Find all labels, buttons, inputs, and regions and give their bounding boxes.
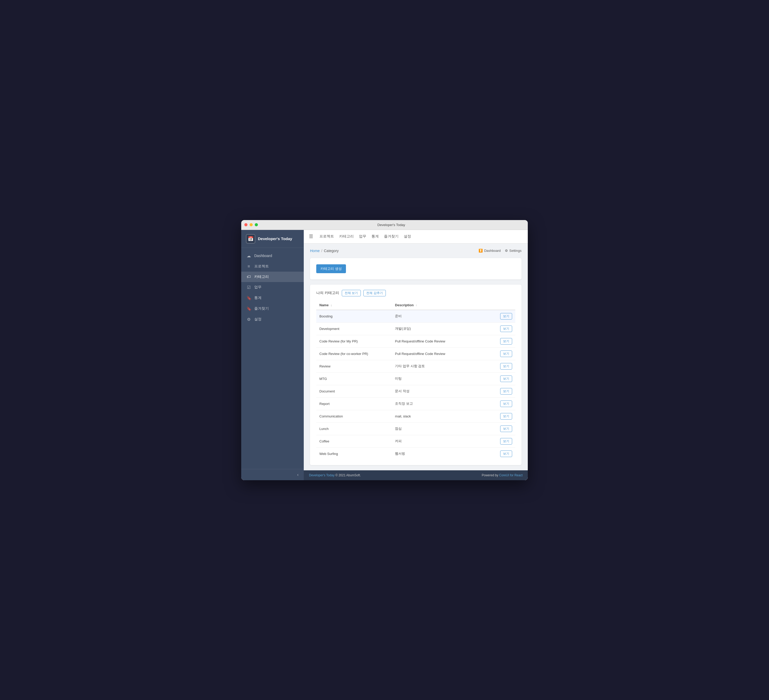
- table-row: Document 문서 작성 보기: [316, 385, 515, 397]
- main-content: ☰ 프로젝트 카테고리 업무 통계 즐겨찾기 설정 Home / Ca: [304, 230, 528, 480]
- section-header: 나의 카테고리 전체 보기 전체 감추기: [316, 290, 515, 296]
- brand-name: Developer's Today: [258, 236, 292, 241]
- topnav-item-project[interactable]: 프로젝트: [319, 233, 334, 240]
- sidebar-label-project: 프로젝트: [254, 264, 269, 269]
- cell-action-4: 보기: [496, 360, 515, 372]
- table-row: Review 기타 업무 사항 검토 보기: [316, 360, 515, 372]
- view-button-3[interactable]: 보기: [500, 350, 512, 357]
- close-button[interactable]: [245, 223, 248, 226]
- collapse-all-button[interactable]: 전체 감추기: [364, 290, 386, 296]
- view-button-10[interactable]: 보기: [500, 438, 512, 445]
- minimize-button[interactable]: [249, 223, 253, 226]
- cell-name-10: Coffee: [316, 435, 392, 447]
- topnav-item-task[interactable]: 업무: [359, 233, 366, 240]
- view-button-9[interactable]: 보기: [500, 425, 512, 432]
- view-button-7[interactable]: 보기: [500, 401, 512, 407]
- cell-desc-4: 기타 업무 사항 검토: [392, 360, 495, 372]
- cell-desc-8: mail, slack: [392, 410, 495, 422]
- breadcrumb-home[interactable]: Home: [310, 249, 320, 253]
- view-button-1[interactable]: 보기: [500, 326, 512, 332]
- sidebar-collapse-button[interactable]: ‹: [297, 472, 299, 477]
- cell-name-1: Development: [316, 323, 392, 335]
- footer: Developer's Today © 2021 AbumSoft. Power…: [304, 470, 528, 480]
- window-title: Developer's Today: [258, 223, 524, 227]
- sidebar-item-category[interactable]: 🏷 카테고리: [241, 271, 304, 282]
- cell-desc-7: 조직장 보고: [392, 397, 495, 410]
- project-icon: ≡: [246, 264, 251, 269]
- sidebar-item-project[interactable]: ≡ 프로젝트: [241, 261, 304, 271]
- breadcrumb-bar: Home / Category ⏬ Dashboard ⚙ Settings: [310, 249, 521, 253]
- cell-name-8: Communication: [316, 410, 392, 422]
- cell-name-7: Report: [316, 397, 392, 410]
- nav-toggle-button[interactable]: ☰: [309, 234, 313, 239]
- sidebar-item-dashboard[interactable]: ☁ Dashboard: [241, 250, 304, 261]
- col-header-name[interactable]: Name ↕: [316, 300, 392, 310]
- table-row: Code Review (for My PR) Pull Request/off…: [316, 335, 515, 347]
- brand-icon: 📅: [246, 234, 255, 244]
- titlebar: Developer's Today: [241, 220, 528, 230]
- cell-desc-2: Pull Request/offline Code Review: [392, 335, 495, 347]
- footer-coreui-link[interactable]: CoreUI for React: [499, 474, 523, 477]
- view-button-8[interactable]: 보기: [500, 413, 512, 419]
- task-icon: ☑: [246, 285, 251, 290]
- col-header-desc[interactable]: Description ↑: [392, 300, 495, 310]
- footer-powered-by: Powered by CoreUI for React: [482, 474, 523, 477]
- sidebar-item-task[interactable]: ☑ 업무: [241, 282, 304, 293]
- cell-desc-5: 미팅: [392, 372, 495, 385]
- settings-icon: ⚙: [246, 317, 251, 322]
- breadcrumb-dashboard-link[interactable]: ⏬ Dashboard: [479, 249, 501, 253]
- category-table: Name ↕ Description ↑: [316, 300, 515, 460]
- expand-all-button[interactable]: 전체 보기: [342, 290, 361, 296]
- dashboard-icon: ☁: [246, 254, 251, 258]
- cell-action-10: 보기: [496, 435, 515, 447]
- cell-action-5: 보기: [496, 372, 515, 385]
- view-button-0[interactable]: 보기: [500, 313, 512, 319]
- cell-desc-1: 개발(코딩): [392, 323, 495, 335]
- cell-action-6: 보기: [496, 385, 515, 397]
- view-button-4[interactable]: 보기: [500, 363, 512, 369]
- maximize-button[interactable]: [255, 223, 258, 226]
- cell-action-11: 보기: [496, 447, 515, 460]
- section-title: 나의 카테고리: [316, 291, 339, 295]
- category-icon: 🏷: [246, 275, 251, 279]
- cell-action-3: 보기: [496, 347, 515, 360]
- cell-desc-11: 웹서핑: [392, 447, 495, 460]
- table-row: Communication mail, slack 보기: [316, 410, 515, 422]
- sidebar-item-favorites[interactable]: 🔖 즐겨찾기: [241, 303, 304, 314]
- view-button-5[interactable]: 보기: [500, 376, 512, 382]
- table-header: Name ↕ Description ↑: [316, 300, 515, 310]
- sidebar-label-task: 업무: [254, 285, 262, 290]
- cell-desc-3: Pull Request/offline Code Review: [392, 347, 495, 360]
- cell-name-2: Code Review (for My PR): [316, 335, 392, 347]
- footer-brand-link[interactable]: Developer's Today: [309, 474, 335, 477]
- table-row: Boosting 준비 보기: [316, 310, 515, 323]
- sidebar-item-stats[interactable]: 🔖 통계: [241, 293, 304, 303]
- cell-name-3: Code Review (for co-worker PR): [316, 347, 392, 360]
- cell-action-0: 보기: [496, 310, 515, 323]
- topnav-item-stats[interactable]: 통계: [372, 233, 379, 240]
- table-row: Development 개발(코딩) 보기: [316, 323, 515, 335]
- breadcrumb-settings-icon: ⚙: [505, 249, 508, 253]
- sidebar-item-settings[interactable]: ⚙ 설정: [241, 314, 304, 325]
- view-button-11[interactable]: 보기: [500, 451, 512, 457]
- view-button-2[interactable]: 보기: [500, 338, 512, 345]
- cell-name-6: Document: [316, 385, 392, 397]
- name-sort-icon: ↕: [331, 303, 332, 307]
- breadcrumb-settings-link[interactable]: ⚙ Settings: [505, 249, 521, 253]
- view-button-6[interactable]: 보기: [500, 388, 512, 395]
- topnav-item-favorites[interactable]: 즐겨찾기: [384, 233, 399, 240]
- sidebar-label-category: 카테고리: [254, 275, 269, 279]
- dashboard-chart-icon: ⏬: [479, 249, 483, 253]
- cell-desc-10: 커피: [392, 435, 495, 447]
- cell-action-8: 보기: [496, 410, 515, 422]
- table-body: Boosting 준비 보기 Development 개발(코딩) 보기 Cod…: [316, 310, 515, 460]
- desc-sort-icon: ↑: [415, 303, 417, 307]
- topnav-item-settings[interactable]: 설정: [404, 233, 411, 240]
- breadcrumb-current: Category: [324, 249, 339, 253]
- cell-action-9: 보기: [496, 422, 515, 435]
- create-card: 카테고리 생성: [310, 258, 521, 279]
- stats-icon: 🔖: [246, 295, 251, 300]
- topnav-item-category[interactable]: 카테고리: [339, 233, 354, 240]
- table-row: Lunch 점심 보기: [316, 422, 515, 435]
- create-category-button[interactable]: 카테고리 생성: [316, 264, 346, 273]
